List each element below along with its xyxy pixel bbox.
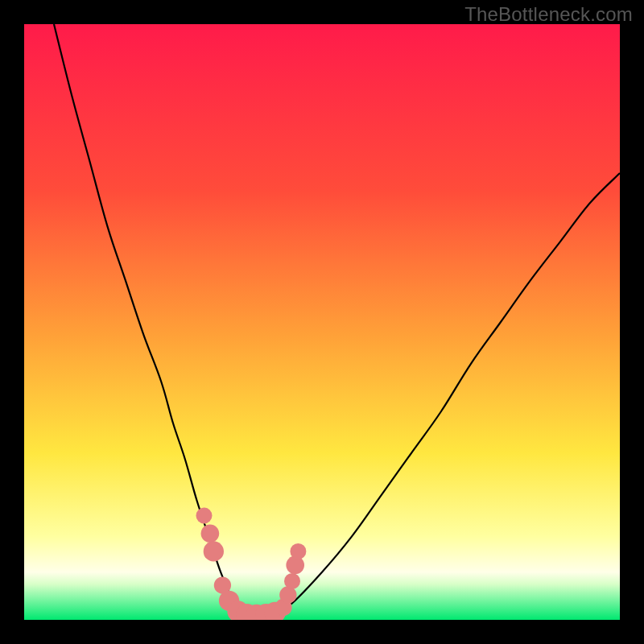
trough-marker: [204, 541, 224, 561]
trough-marker: [290, 543, 306, 559]
trough-marker: [284, 573, 300, 589]
plot-area: [24, 24, 620, 620]
chart-frame: TheBottleneck.com: [0, 0, 644, 644]
trough-marker: [201, 524, 220, 543]
watermark-text: TheBottleneck.com: [464, 3, 633, 26]
trough-marker: [196, 508, 212, 524]
gradient-background: [24, 24, 620, 620]
chart-svg: [24, 24, 620, 620]
